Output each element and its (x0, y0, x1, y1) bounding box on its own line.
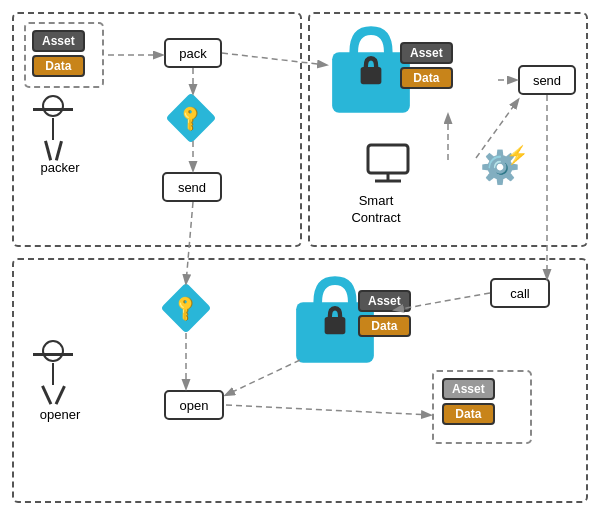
asset-badge-br: Asset (442, 378, 495, 400)
packer-label: packer (30, 160, 90, 175)
asset-data-box-tl (24, 22, 104, 88)
smart-contract-icon (358, 140, 418, 185)
bag-tr-badges: Asset Data (400, 42, 453, 89)
data-badge-tr: Data (400, 67, 453, 89)
smart-contract-label: SmartContract (326, 193, 426, 227)
key-diamond-bottom: 🔑 (163, 285, 209, 331)
pack-node: pack (164, 38, 222, 68)
send-node-tl: send (162, 172, 222, 202)
svg-rect-2 (368, 145, 408, 173)
lightning-icon: ⚡ (506, 144, 528, 166)
diagram: packer Asset Data pack 🔑 send Asset Data (0, 0, 600, 515)
bag-bottom-badges: Asset Data (358, 290, 411, 337)
data-badge-bottom: Data (358, 315, 411, 337)
call-node: call (490, 278, 550, 308)
unpacked-badges: Asset Data (442, 378, 495, 425)
svg-rect-6 (325, 317, 346, 334)
asset-badge-tr: Asset (400, 42, 453, 64)
send-node-tr: send (518, 65, 576, 95)
packer-icon (42, 95, 64, 140)
data-badge-br: Data (442, 403, 495, 425)
opener-icon (42, 340, 64, 385)
key-diamond-tl: 🔑 (168, 95, 214, 141)
opener-label: opener (30, 407, 90, 422)
svg-rect-1 (361, 67, 382, 84)
open-node: open (164, 390, 224, 420)
asset-badge-bottom: Asset (358, 290, 411, 312)
